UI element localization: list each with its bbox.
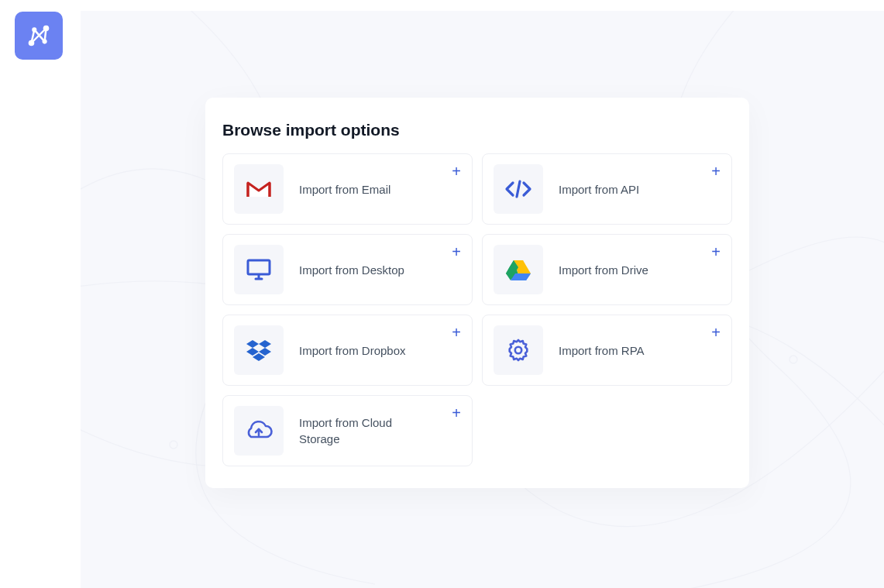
svg-marker-25 — [246, 340, 259, 348]
cloud-upload-icon — [234, 406, 284, 456]
card-title: Browse import options — [222, 121, 732, 139]
option-desktop[interactable]: Import from Desktop + — [222, 234, 473, 305]
option-label: Import from Email — [299, 181, 390, 198]
network-icon — [24, 21, 53, 50]
option-label: Import from API — [559, 181, 639, 198]
option-cloud-storage[interactable]: Import from Cloud Storage + — [222, 395, 473, 466]
option-dropbox[interactable]: Import from Dropbox + — [222, 315, 473, 386]
option-label: Import from RPA — [559, 342, 645, 359]
dropbox-icon — [234, 325, 284, 375]
plus-icon: + — [711, 163, 721, 179]
svg-point-12 — [789, 356, 797, 363]
api-icon — [494, 164, 543, 214]
main-canvas: Browse import options Import from Email … — [81, 11, 884, 588]
svg-point-30 — [515, 347, 521, 353]
gmail-icon — [234, 164, 284, 214]
svg-line-14 — [517, 181, 520, 197]
svg-marker-26 — [259, 340, 271, 348]
plus-icon: + — [711, 244, 721, 260]
plus-icon: + — [452, 244, 461, 260]
plus-icon: + — [452, 405, 461, 421]
app-logo[interactable] — [15, 12, 63, 60]
option-drive[interactable]: Import from Drive + — [482, 234, 732, 305]
option-label: Import from Drive — [559, 262, 648, 278]
gear-icon — [494, 325, 543, 375]
drive-icon — [494, 245, 543, 294]
option-label: Import from Cloud Storage — [299, 414, 415, 447]
option-rpa[interactable]: Import from RPA + — [482, 315, 732, 386]
plus-icon: + — [452, 163, 461, 179]
import-options-card: Browse import options Import from Email … — [205, 98, 749, 488]
option-api[interactable]: Import from API + — [482, 153, 732, 225]
option-email[interactable]: Import from Email + — [222, 153, 473, 225]
option-label: Import from Dropbox — [299, 342, 406, 359]
plus-icon: + — [711, 325, 721, 340]
svg-point-11 — [170, 441, 177, 449]
svg-rect-15 — [248, 260, 270, 274]
plus-icon: + — [452, 325, 461, 340]
option-label: Import from Desktop — [299, 262, 404, 278]
options-grid: Import from Email + Import from API + — [222, 153, 732, 466]
desktop-icon — [234, 245, 284, 294]
